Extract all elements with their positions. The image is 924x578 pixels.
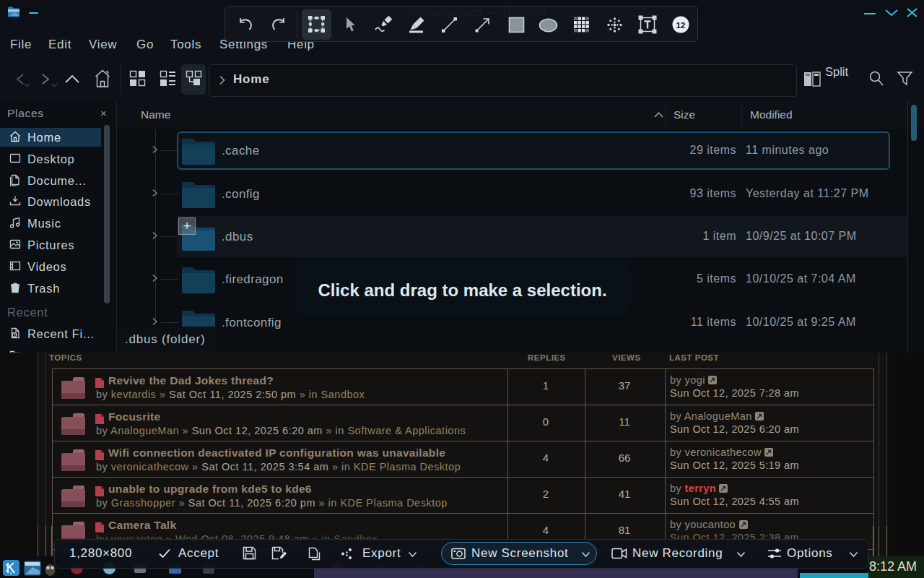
svg-text:12: 12: [676, 21, 686, 30]
